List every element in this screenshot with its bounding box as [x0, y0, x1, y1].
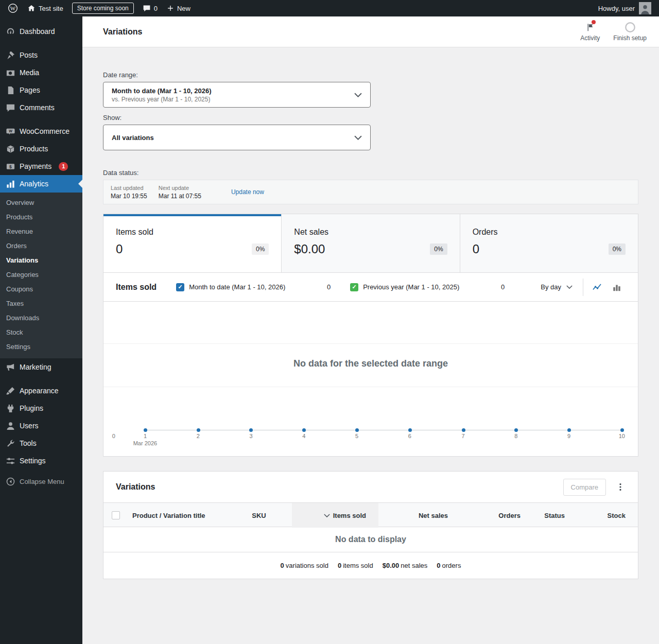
main-content: Variations Activity Finish setup Date ra… [82, 16, 659, 600]
update-now-link[interactable]: Update now [231, 188, 264, 196]
sidebar-item-analytics-overview[interactable]: Overview [0, 196, 82, 210]
sidebar-item-analytics-taxes[interactable]: Taxes [0, 297, 82, 311]
person-icon [639, 3, 651, 14]
sidebar-item-analytics-stock[interactable]: Stock [0, 325, 82, 340]
sidebar-item-marketing[interactable]: Marketing [0, 358, 82, 376]
finish-setup-button[interactable]: Finish setup [613, 22, 647, 42]
page-header: Variations Activity Finish setup [82, 16, 659, 47]
sidebar-item-appearance[interactable]: Appearance [0, 382, 82, 399]
column-product-variation-title[interactable]: Product / Variation title [128, 512, 226, 519]
data-status-label: Data status: [103, 169, 638, 177]
last-updated-label: Last updated [111, 185, 147, 191]
plus-icon [167, 5, 174, 12]
column-items-sold[interactable]: Items sold [292, 503, 378, 528]
sidebar-item-analytics-coupons[interactable]: Coupons [0, 282, 82, 297]
legend-previous-period[interactable]: Previous year (Mar 1 - 10, 2025) 0 [350, 283, 505, 291]
sidebar-item-analytics-orders[interactable]: Orders [0, 239, 82, 253]
svg-text:W: W [9, 129, 12, 133]
comments-count: 0 [154, 5, 158, 12]
checkbox-checked-icon [176, 283, 184, 291]
column-sku[interactable]: SKU [226, 512, 292, 519]
sidebar-item-analytics-revenue[interactable]: Revenue [0, 224, 82, 239]
chart-point [462, 428, 465, 432]
activity-icon [584, 22, 596, 33]
bar-chart-button[interactable] [608, 279, 626, 296]
column-stock[interactable]: Stock [577, 512, 638, 519]
table-title: Variations [116, 482, 155, 492]
sidebar-item-posts[interactable]: Posts [0, 46, 82, 64]
gridline [103, 387, 638, 387]
chart-point [408, 428, 412, 432]
sidebar-item-analytics[interactable]: Analytics [0, 175, 82, 193]
date-range-select[interactable]: Month to date (Mar 1 - 10, 2026) vs. Pre… [103, 82, 371, 108]
new-label: New [177, 5, 190, 12]
chart-type-toggle [583, 279, 626, 296]
line-chart-button[interactable] [588, 279, 606, 296]
menu-separator [0, 376, 82, 382]
next-update-label: Next update [159, 185, 201, 191]
interval-select[interactable]: By day [541, 283, 573, 291]
date-range-compare-value: vs. Previous year (Mar 1 - 10, 2025) [112, 96, 212, 103]
x-axis-month-label: Mar 2026 [133, 440, 157, 446]
sidebar-item-analytics-variations[interactable]: Variations [0, 253, 82, 268]
sidebar-item-woocommerce[interactable]: W WooCommerce [0, 123, 82, 140]
compare-button[interactable]: Compare [563, 479, 606, 496]
items-sold-value: 0 [116, 242, 123, 256]
site-menu[interactable]: Test site [23, 0, 68, 16]
x-tick-label: 4 [302, 433, 305, 439]
wordpress-menu[interactable]: W [3, 0, 23, 16]
chart-point [302, 428, 306, 432]
chart-point [355, 428, 359, 432]
sidebar-item-analytics-products[interactable]: Products [0, 210, 82, 224]
svg-text:W: W [10, 5, 16, 11]
sidebar-item-analytics-settings[interactable]: Settings [0, 340, 82, 354]
sidebar-item-media[interactable]: Media [0, 64, 82, 81]
account-menu[interactable]: Howdy, user [594, 0, 656, 16]
chart-point [514, 428, 518, 432]
column-status[interactable]: Status [533, 512, 577, 519]
chart-point [567, 428, 571, 432]
show-select[interactable]: All variations [103, 125, 371, 150]
pushpin-icon [5, 50, 15, 60]
sidebar-item-tools[interactable]: Tools [0, 434, 82, 452]
summary-tile-orders[interactable]: Orders 0 0% [460, 214, 638, 272]
table-menu-button[interactable] [611, 478, 630, 496]
orders-value: 0 [473, 242, 479, 256]
legend-current-period[interactable]: Month to date (Mar 1 - 10, 2026) 0 [176, 283, 331, 291]
user-icon [5, 421, 15, 431]
column-net-sales[interactable]: Net sales [378, 512, 460, 519]
column-orders[interactable]: Orders [460, 512, 533, 519]
setup-progress-icon [625, 22, 636, 33]
summary-tile-net-sales[interactable]: Net sales $0.00 0% [281, 214, 459, 272]
x-axis-line [145, 430, 622, 430]
summary-tile-items-sold[interactable]: Items sold 0 0% [103, 214, 281, 272]
sidebar-item-analytics-downloads[interactable]: Downloads [0, 311, 82, 325]
next-update-value: Mar 11 at 07:55 [159, 193, 201, 200]
sidebar-item-dashboard[interactable]: Dashboard [0, 23, 82, 40]
sidebar-item-payments[interactable]: $ Payments 1 [0, 158, 82, 175]
sidebar-item-analytics-categories[interactable]: Categories [0, 268, 82, 282]
select-all-checkbox[interactable] [112, 511, 120, 519]
sidebar-item-pages[interactable]: Pages [0, 81, 82, 99]
select-all-cell [103, 511, 128, 519]
table-summary-footer: 0variations sold 0items sold $0.00net sa… [103, 552, 638, 579]
sidebar-item-settings[interactable]: Settings [0, 452, 82, 469]
summary-orders: 0orders [437, 562, 461, 569]
activity-button[interactable]: Activity [580, 22, 600, 42]
chart-title: Items sold [116, 283, 157, 292]
collapse-menu-button[interactable]: Collapse Menu [0, 473, 82, 490]
summary-numbers: Items sold 0 0% Net sales $0.00 0% Order… [103, 214, 638, 273]
sidebar-item-plugins[interactable]: Plugins [0, 399, 82, 417]
delta-badge: 0% [252, 243, 269, 255]
sidebar-item-comments[interactable]: Comments [0, 99, 82, 116]
sidebar-item-products[interactable]: Products [0, 140, 82, 158]
menu-separator [0, 40, 82, 46]
comments-menu[interactable]: 0 [138, 0, 162, 16]
chart-point [144, 428, 147, 432]
summary-net-sales: $0.00net sales [383, 562, 428, 569]
page-title: Variations [103, 27, 142, 37]
new-menu[interactable]: New [162, 0, 195, 16]
plug-icon [5, 403, 15, 413]
sidebar-item-users[interactable]: Users [0, 417, 82, 434]
store-coming-soon-badge: Store coming soon [72, 3, 134, 14]
